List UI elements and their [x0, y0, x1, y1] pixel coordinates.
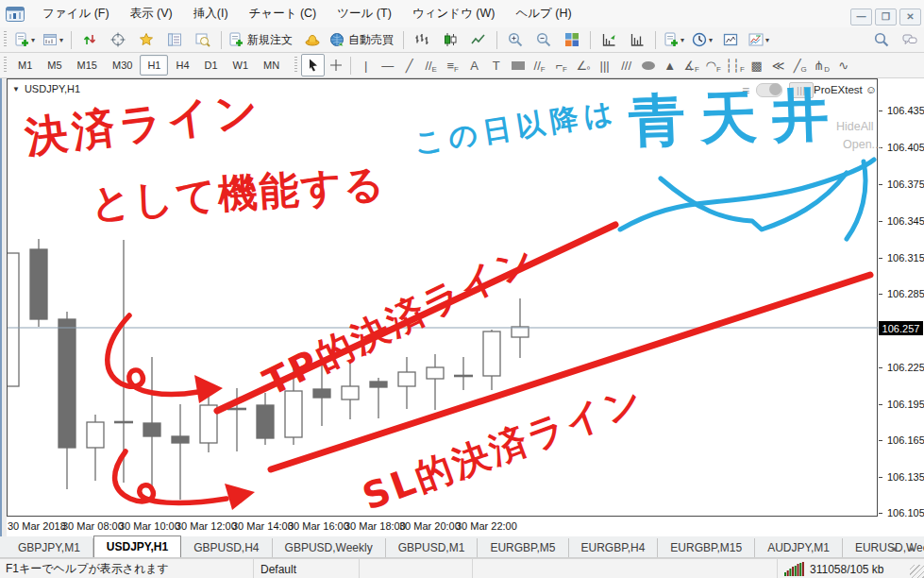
- chart-tab-gbpusd-h4[interactable]: GBPUSD,H4: [181, 538, 272, 557]
- profiles-button[interactable]: ▾: [39, 28, 67, 51]
- cursor-tool[interactable]: [301, 54, 325, 76]
- timeframe-mn-button[interactable]: MN: [256, 55, 287, 76]
- horizontal-line-tool[interactable]: —: [377, 55, 398, 76]
- gann-grid-tool[interactable]: ▩: [746, 55, 767, 76]
- pitchfork-tool[interactable]: ⋔D: [811, 55, 832, 76]
- menu-item[interactable]: 表示 (V): [120, 1, 183, 26]
- gann-fan-tool[interactable]: ≪: [767, 55, 789, 76]
- dropdown-arrow-icon[interactable]: ▾: [765, 36, 769, 44]
- toolbar-grip[interactable]: [4, 57, 7, 74]
- timeframe-m1-button[interactable]: M1: [10, 55, 40, 76]
- price-label: 106.135: [887, 471, 924, 483]
- auto-trading-button[interactable]: 自動売買: [327, 28, 399, 51]
- zoom-out-button[interactable]: [529, 28, 558, 51]
- tile-windows-button[interactable]: [558, 28, 586, 51]
- status-profile[interactable]: Default: [253, 559, 359, 578]
- chart-tab-eurgbp-m15[interactable]: EURGBP,M15: [658, 538, 755, 557]
- chart-tab-audjpy-m1[interactable]: AUDJPY,M1: [755, 538, 843, 557]
- dropdown-arrow-icon[interactable]: ▾: [31, 36, 35, 44]
- new-order-button[interactable]: 新規注文: [226, 28, 298, 51]
- community-button[interactable]: [896, 28, 924, 51]
- resize-grip[interactable]: [910, 565, 924, 578]
- style-bars-button[interactable]: [408, 28, 436, 51]
- vertical-line-tool[interactable]: |: [355, 55, 377, 76]
- minimize-button[interactable]: —: [850, 8, 872, 26]
- chart-tab-gbpusd-m1[interactable]: GBPUSD,M1: [386, 538, 479, 557]
- crosshair-tool-tool[interactable]: [325, 55, 346, 76]
- metaeditor-button[interactable]: [298, 28, 327, 51]
- periods-button[interactable]: ▾: [688, 28, 716, 51]
- histogram-tool[interactable]: |||: [594, 55, 615, 76]
- rectangle-tool[interactable]: [507, 55, 529, 76]
- menu-item[interactable]: ヘルプ (H): [505, 1, 581, 26]
- chart-window-1-icon: [601, 32, 616, 47]
- equidistant-channel-tool[interactable]: //E: [420, 55, 442, 76]
- toolbar-grip[interactable]: [4, 31, 7, 48]
- timeframe-m5-button[interactable]: M5: [40, 55, 69, 76]
- chart-tab-usdjpy-h1[interactable]: USDJPY,H1: [93, 536, 181, 557]
- price-label: 106.195: [887, 399, 924, 410]
- menu-item[interactable]: ファイル (F): [32, 1, 120, 26]
- angle-tool-tool[interactable]: ∠º: [572, 55, 594, 76]
- chart-shift-button[interactable]: [76, 28, 104, 51]
- chart-tab-gbpusd-weekly[interactable]: GBPUSD,Weekly: [273, 538, 386, 557]
- rectangle-icon: [512, 61, 525, 70]
- trendline-tool[interactable]: ╱: [398, 55, 420, 76]
- indicators-list-button[interactable]: ▾: [745, 28, 773, 51]
- status-segment-empty-2: [472, 559, 777, 578]
- dropdown-arrow-icon[interactable]: ▾: [59, 36, 63, 44]
- text-label-tool[interactable]: T: [485, 55, 507, 76]
- chart-autoscroll-button[interactable]: [104, 28, 132, 51]
- triangle-tool[interactable]: ▲: [659, 55, 680, 76]
- time-label: 30 Mar 2018: [8, 520, 66, 532]
- timeframe-m30-button[interactable]: M30: [105, 55, 140, 76]
- menu-item[interactable]: ウィンドウ (W): [402, 1, 506, 26]
- text-tool[interactable]: A: [463, 55, 485, 76]
- traffic-bars-icon: [784, 562, 805, 576]
- favorites-button[interactable]: [132, 28, 160, 51]
- time-label: 30 Mar 08:00: [62, 520, 124, 532]
- restore-button[interactable]: ❐: [875, 8, 897, 26]
- timeframe-h1-button[interactable]: H1: [140, 55, 168, 76]
- timeframe-m15-button[interactable]: M15: [70, 55, 105, 76]
- ea-open-button[interactable]: Open...: [843, 138, 882, 151]
- chart-tab-gbpjpy-m1[interactable]: GBPJPY,M1: [6, 538, 93, 557]
- timeframe-d1-button[interactable]: D1: [197, 55, 226, 76]
- parallel-lines-tool[interactable]: ///: [615, 55, 637, 76]
- menu-item[interactable]: ツール (T): [327, 1, 402, 26]
- fibo-arcs-tool[interactable]: ◠F: [702, 55, 724, 76]
- fibo-fan-tool[interactable]: ∡F: [680, 55, 702, 76]
- chart-window-2-button[interactable]: [623, 28, 651, 51]
- fibo-expansion-tool[interactable]: ⌐F: [550, 55, 572, 76]
- toolbar-grip[interactable]: [294, 57, 297, 74]
- zoom-in-button[interactable]: [501, 28, 529, 51]
- close-button[interactable]: ✕: [899, 8, 921, 26]
- vertical-line-icon: |: [364, 59, 367, 73]
- price-label: 106.315: [887, 252, 924, 264]
- timeframe-w1-button[interactable]: W1: [226, 55, 257, 76]
- fibo-retracement-tool[interactable]: ≡F: [442, 55, 463, 76]
- templates-button[interactable]: ▾: [660, 28, 688, 51]
- indicator-window-button[interactable]: [716, 28, 745, 51]
- new-chart-button[interactable]: ▾: [10, 28, 39, 51]
- style-candles-button[interactable]: [436, 28, 464, 51]
- style-line-button[interactable]: [464, 28, 493, 51]
- channel-tool[interactable]: //F: [529, 55, 550, 76]
- cycle-lines-tool[interactable]: ∿: [832, 55, 854, 76]
- gann-line-tool[interactable]: ╱G: [789, 55, 811, 76]
- chart-window-1-button[interactable]: [595, 28, 623, 51]
- chart-tab-eurgbp-h4[interactable]: EURGBP,H4: [569, 538, 659, 557]
- market-watch-button[interactable]: [189, 28, 217, 51]
- dropdown-arrow-icon[interactable]: ▾: [680, 36, 684, 44]
- tab-scroll-arrows[interactable]: ◂ ▸: [891, 543, 920, 553]
- ellipse-tool[interactable]: [637, 55, 659, 76]
- dropdown-arrow-icon[interactable]: ▾: [709, 36, 713, 44]
- menu-item[interactable]: 挿入(I): [183, 1, 239, 26]
- menu-item[interactable]: チャート (C): [239, 1, 328, 26]
- chart-tab-eurgbp-m5[interactable]: EURGBP,M5: [478, 538, 568, 557]
- data-window-button[interactable]: [160, 28, 189, 51]
- timeframe-h4-button[interactable]: H4: [168, 55, 196, 76]
- search-button[interactable]: [867, 28, 896, 51]
- chart-window-2-icon: [630, 32, 645, 47]
- fibo-timezones-tool[interactable]: ┆┆F: [724, 55, 746, 76]
